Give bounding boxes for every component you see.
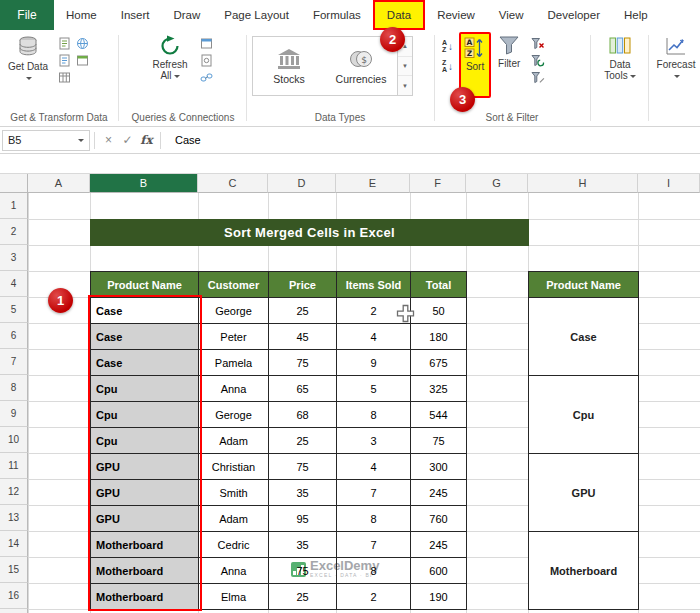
table-cell[interactable]: 760 [410,505,467,532]
tab-formulas[interactable]: Formulas [301,0,373,30]
enter-icon[interactable]: ✓ [118,133,137,147]
get-data-button[interactable]: Get Data [2,32,54,98]
row-header-11[interactable]: 11 [0,453,28,479]
name-box[interactable]: B5 [2,130,90,151]
table-cell[interactable]: 8 [336,557,411,584]
row-header-7[interactable]: 7 [0,349,28,375]
table-cell[interactable]: 3 [336,427,411,454]
table-cell[interactable]: 325 [410,375,467,402]
table-cell[interactable]: 35 [268,479,337,506]
name-box-dropdown-icon[interactable] [78,139,84,142]
sort-az-button[interactable]: AZ↓ [440,39,455,54]
table-cell[interactable]: Geroge [198,401,269,428]
row-header-6[interactable]: 6 [0,323,28,349]
table-cell[interactable]: 4 [336,453,411,480]
recent-sources-icon[interactable] [58,54,71,67]
data-tools-button[interactable]: Data Tools [594,32,646,98]
workbook-links-icon[interactable] [200,71,213,84]
merged-cell[interactable]: GPU [528,453,639,532]
existing-connections-icon[interactable] [76,54,89,67]
cancel-icon[interactable]: × [99,133,118,147]
formula-input[interactable]: Case [165,130,700,151]
table-cell[interactable]: Anna [198,557,269,584]
tab-review[interactable]: Review [425,0,487,30]
table-cell[interactable]: 50 [410,297,467,324]
column-header-e[interactable]: E [336,174,410,193]
gallery-more-icon[interactable]: ▼ [398,76,412,95]
table-cell[interactable]: 4 [336,323,411,350]
table-cell[interactable]: 25 [268,427,337,454]
row-header-3[interactable]: 3 [0,245,28,271]
column-header-d[interactable]: D [268,174,336,193]
table-cell[interactable]: Pamela [198,349,269,376]
table-cell[interactable]: 675 [410,349,467,376]
table-cell[interactable]: 7 [336,479,411,506]
table-cell[interactable]: 9 [336,349,411,376]
forecast-button[interactable]: Forecast [652,32,700,98]
table-cell[interactable]: 35 [268,531,337,558]
tab-help[interactable]: Help [612,0,660,30]
table-cell[interactable]: Adam [198,427,269,454]
row-header-14[interactable]: 14 [0,531,28,557]
merged-cell[interactable]: Case [528,297,639,376]
tab-data[interactable]: Data [373,0,425,30]
column-header-c[interactable]: C [198,174,268,193]
table-cell[interactable]: 544 [410,401,467,428]
column-header-f[interactable]: F [410,174,466,193]
tab-page-layout[interactable]: Page Layout [212,0,301,30]
table-cell[interactable]: 68 [268,401,337,428]
table-cell[interactable]: George [198,297,269,324]
row-header-5[interactable]: 5 [0,297,28,323]
tab-view[interactable]: View [487,0,536,30]
table-cell[interactable]: 180 [410,323,467,350]
tab-developer[interactable]: Developer [536,0,612,30]
table-cell[interactable]: Cedric [198,531,269,558]
tab-insert[interactable]: Insert [109,0,162,30]
table-cell[interactable]: 75 [268,349,337,376]
table-cell[interactable]: Smith [198,479,269,506]
table-cell[interactable]: Adam [198,505,269,532]
table-cell[interactable]: 25 [268,297,337,324]
from-web-icon[interactable] [76,37,89,50]
row-header-4[interactable]: 4 [0,271,28,297]
table-cell[interactable]: Anna [198,375,269,402]
table-cell[interactable]: 245 [410,479,467,506]
tab-file[interactable]: File [0,0,54,30]
row-header-9[interactable]: 9 [0,401,28,427]
gallery-down-icon[interactable]: ▼ [398,57,412,77]
tab-draw[interactable]: Draw [161,0,212,30]
column-header-g[interactable]: G [466,174,528,193]
table-cell[interactable]: 75 [268,453,337,480]
tab-home[interactable]: Home [54,0,109,30]
column-header-b[interactable]: B [90,174,198,193]
table-cell[interactable]: 75 [268,557,337,584]
table-cell[interactable]: 7 [336,531,411,558]
merged-cell[interactable]: Cpu [528,375,639,454]
table-cell[interactable]: 300 [410,453,467,480]
table-cell[interactable]: 8 [336,401,411,428]
advanced-filter-icon[interactable] [531,71,545,84]
row-header-16[interactable]: 16 [0,583,28,609]
filter-button[interactable]: Filter [495,32,523,98]
column-header-i[interactable]: I [638,174,700,193]
from-table-icon[interactable] [58,71,71,84]
row-header-2[interactable]: 2 [0,219,28,245]
insert-function-icon[interactable]: fx [137,133,156,147]
refresh-all-button[interactable]: Refresh All [144,32,196,98]
merged-cell[interactable]: Motherboard [528,531,639,610]
table-cell[interactable]: 65 [268,375,337,402]
table-cell[interactable]: 190 [410,583,467,610]
queries-connections-icon[interactable] [200,37,213,50]
table-cell[interactable]: 75 [410,427,467,454]
table-cell[interactable]: 25 [268,583,337,610]
row-header-15[interactable]: 15 [0,557,28,583]
table-cell[interactable]: Christian [198,453,269,480]
row-header-13[interactable]: 13 [0,505,28,531]
properties-icon[interactable] [200,54,213,67]
table-cell[interactable]: Peter [198,323,269,350]
reapply-filter-icon[interactable] [531,54,545,67]
from-text-icon[interactable] [58,37,71,50]
table-cell[interactable]: 600 [410,557,467,584]
column-header-h[interactable]: H [528,174,638,193]
row-header-1[interactable]: 1 [0,193,28,219]
